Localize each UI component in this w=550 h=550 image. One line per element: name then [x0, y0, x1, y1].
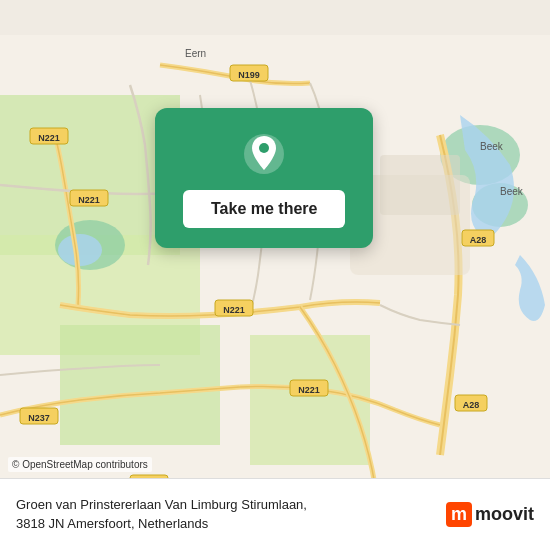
map-popup: Take me there	[155, 108, 373, 248]
moovit-text: moovit	[475, 504, 534, 525]
svg-text:N199: N199	[238, 70, 260, 80]
svg-text:A28: A28	[463, 400, 480, 410]
address-text: Groen van Prinstererlaan Van Limburg Sti…	[16, 496, 434, 532]
bottom-bar: Groen van Prinstererlaan Van Limburg Sti…	[0, 478, 550, 550]
svg-text:N237: N237	[28, 413, 50, 423]
map-container: N199 N221 N221 N221 N237 N237 N221 A28 A…	[0, 0, 550, 550]
svg-rect-3	[60, 325, 220, 445]
svg-text:N221: N221	[78, 195, 100, 205]
svg-text:N221: N221	[223, 305, 245, 315]
svg-text:Beek: Beek	[500, 186, 524, 197]
moovit-logo: m moovit	[446, 502, 534, 527]
svg-rect-10	[380, 155, 460, 215]
svg-point-8	[58, 234, 102, 266]
svg-text:A28: A28	[470, 235, 487, 245]
svg-text:Eern: Eern	[185, 48, 206, 59]
svg-point-33	[259, 143, 269, 153]
location-pin-icon	[242, 132, 286, 176]
svg-text:Beek: Beek	[480, 141, 504, 152]
take-me-there-button[interactable]: Take me there	[183, 190, 345, 228]
svg-text:N221: N221	[38, 133, 60, 143]
moovit-m-letter: m	[446, 502, 472, 527]
osm-attribution: © OpenStreetMap contributors	[8, 457, 152, 472]
svg-text:N221: N221	[298, 385, 320, 395]
